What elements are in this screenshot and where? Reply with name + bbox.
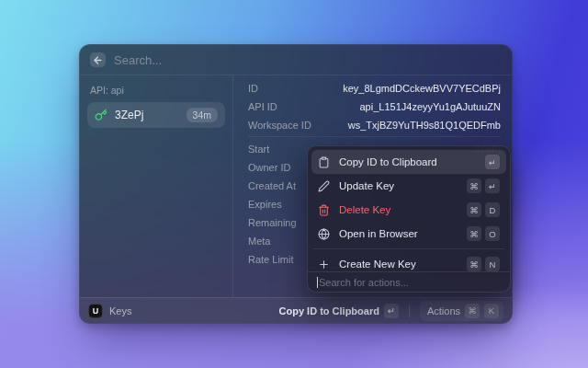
footer-primary-label: Copy ID to Clipboard [279,305,379,316]
detail-label: Created At [248,180,296,191]
enter-key-badge: ↵ [485,178,500,193]
list-item-key[interactable]: 3ZePj 34m [87,102,225,128]
detail-value: key_8LgmdDCckewBVV7YECdBPj [343,83,501,94]
enter-key-badge: ↵ [384,304,399,318]
n-key-badge: N [485,257,500,271]
menu-item-label: Create New Key [339,259,458,270]
text-caret [317,277,318,288]
actions-menu-list: Copy ID to Clipboard ↵ Update Key ⌘ ↵ [308,146,510,271]
menu-item-label: Update Key [339,180,458,191]
menu-item-delete-key[interactable]: Delete Key ⌘ D [311,198,506,222]
menu-divider [313,248,504,249]
menu-item-update-key[interactable]: Update Key ⌘ ↵ [311,174,506,198]
menu-item-copy-id[interactable]: Copy ID to Clipboard ↵ [311,150,506,174]
cmd-key-badge: ⌘ [467,226,481,241]
search-bar [80,45,512,75]
back-button[interactable] [90,52,106,67]
detail-label: ID [248,83,258,94]
globe-icon [318,228,330,240]
actions-button[interactable]: Actions ⌘ K [420,301,503,321]
detail-row-id: ID key_8LgmdDCckewBVV7YECdBPj [248,79,501,98]
clipboard-icon [318,156,330,168]
cmd-key-badge: ⌘ [467,178,481,193]
footer-context-label: Keys [109,305,131,316]
footer-primary-action[interactable]: Copy ID to Clipboard ↵ [279,304,399,318]
d-key-badge: D [485,202,500,217]
detail-value: api_L151J4zeyyYu1gAJutuuZN [360,101,502,112]
detail-label: API ID [248,101,277,112]
key-ttl-badge: 34m [187,108,218,122]
detail-label: Start [248,144,269,155]
key-item-label: 3ZePj [115,109,179,121]
detail-label: Workspace ID [248,120,311,131]
unkey-logo: U [88,304,103,318]
search-input[interactable] [114,53,502,67]
o-key-badge: O [485,226,500,241]
detail-label: Rate Limit [248,254,294,265]
actions-search-input[interactable]: Search for actions... [308,271,510,292]
cmd-key-badge: ⌘ [465,304,480,318]
arrow-left-icon [93,55,103,65]
cmd-key-badge: ⌘ [467,257,481,271]
detail-label: Expires [248,199,282,210]
cmd-key-badge: ⌘ [467,202,481,217]
menu-item-label: Open in Browser [339,228,458,239]
key-icon [95,109,107,121]
footer-divider [409,305,410,317]
menu-item-label: Delete Key [339,204,458,215]
results-sidebar: API: api 3ZePj 34m [80,75,233,297]
detail-label: Meta [248,236,270,247]
menu-item-label: Copy ID to Clipboard [339,156,476,167]
section-label: API: api [87,83,225,102]
detail-value: ws_TxjBZ9YuTH9s81Q1QEDFmb [348,120,501,131]
detail-row-workspace-id: Workspace ID ws_TxjBZ9YuTH9s81Q1QEDFmb [248,116,501,134]
trash-icon [318,204,330,216]
menu-item-create-new-key[interactable]: Create New Key ⌘ N [311,252,506,271]
detail-row-api-id: API ID api_L151J4zeyyYu1gAJutuuZN [248,98,501,116]
enter-key-badge: ↵ [485,155,500,169]
pencil-icon [318,180,330,192]
k-key-badge: K [484,304,499,318]
actions-search-placeholder: Search for actions... [319,277,409,288]
actions-button-label: Actions [427,305,460,316]
detail-label: Owner ID [248,162,290,173]
plus-icon [318,259,330,270]
menu-item-open-in-browser[interactable]: Open in Browser ⌘ O [311,222,506,246]
details-divider [248,136,501,137]
actions-menu: Copy ID to Clipboard ↵ Update Key ⌘ ↵ [307,145,511,293]
palette-footer: U Keys Copy ID to Clipboard ↵ Actions ⌘ … [80,297,512,323]
detail-label: Remaining [248,217,297,228]
